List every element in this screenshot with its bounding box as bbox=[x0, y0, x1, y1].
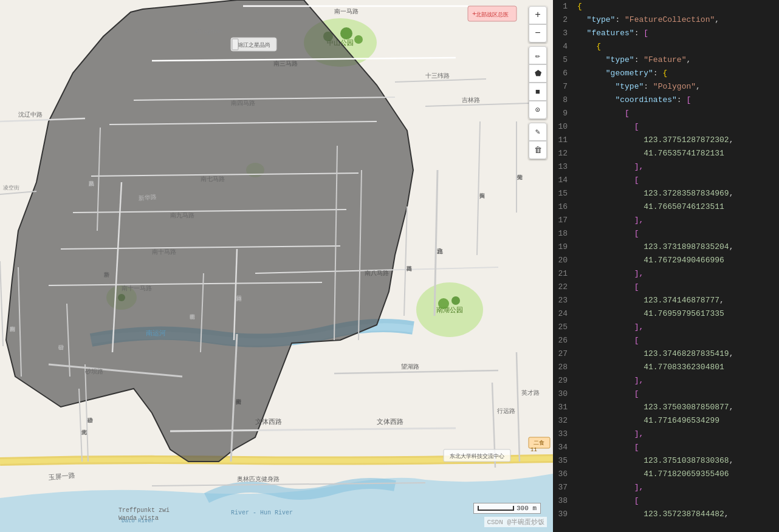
edit-button[interactable]: ✎ bbox=[529, 123, 547, 141]
line-number: 22 bbox=[553, 281, 575, 294]
svg-point-9 bbox=[451, 296, 460, 305]
zoom-in-button[interactable]: + bbox=[529, 6, 547, 24]
line-content: [ bbox=[575, 107, 779, 120]
svg-text:南八马路: 南八马路 bbox=[365, 270, 389, 277]
line-content: 41.77083362304801 bbox=[575, 361, 779, 374]
svg-text:Kingdom: Kingdom bbox=[194, 28, 223, 35]
line-number: 17 bbox=[553, 214, 575, 227]
line-content: [ bbox=[575, 120, 779, 134]
line-number: 16 bbox=[553, 200, 575, 214]
line-content: 123.37503087850877, bbox=[575, 401, 779, 414]
line-number: 18 bbox=[553, 227, 575, 240]
svg-text:英才路: 英才路 bbox=[521, 389, 540, 397]
code-line: 32 41.7716496534299 bbox=[553, 414, 779, 428]
line-content: 123.374146878777, bbox=[575, 294, 779, 307]
line-number: 31 bbox=[553, 401, 575, 414]
code-line: 29 ], bbox=[553, 374, 779, 387]
zoom-out-button[interactable]: − bbox=[529, 24, 547, 43]
code-line: 19 123.37318987835204, bbox=[553, 240, 779, 254]
line-content: 123.37751287872302, bbox=[575, 134, 779, 147]
line-number: 1 bbox=[553, 0, 575, 13]
svg-text:凌空街: 凌空街 bbox=[3, 185, 19, 191]
map-container: 中山公园 南湖公园 玉屏一路 南一马路 南三马路 南四马路 bbox=[0, 0, 553, 532]
svg-text:奥林匹克健身路: 奥林匹克健身路 bbox=[237, 476, 280, 483]
line-number: 14 bbox=[553, 174, 575, 187]
line-number: 35 bbox=[553, 454, 575, 468]
code-line: 38 [ bbox=[553, 494, 779, 508]
line-content: "coordinates": [ bbox=[575, 94, 779, 107]
svg-text:望湖路: 望湖路 bbox=[401, 363, 419, 370]
line-number: 27 bbox=[553, 347, 575, 361]
line-number: 36 bbox=[553, 468, 575, 481]
draw-controls: ✏ ⬟ ■ ⊙ bbox=[529, 46, 547, 119]
line-content: 123.37468287835419, bbox=[575, 347, 779, 361]
svg-text:吉林路: 吉林路 bbox=[462, 97, 480, 104]
rectangle-tool-button[interactable]: ■ bbox=[529, 83, 547, 101]
line-content: [ bbox=[575, 494, 779, 508]
svg-rect-80 bbox=[232, 39, 238, 50]
line-content: ], bbox=[575, 267, 779, 281]
line-content: { bbox=[575, 40, 779, 53]
code-line: 26 [ bbox=[553, 334, 779, 347]
code-line: 9 [ bbox=[553, 107, 779, 120]
line-number: 2 bbox=[553, 13, 575, 27]
code-line: 34 [ bbox=[553, 441, 779, 454]
code-line: 7 "type": "Polygon", bbox=[553, 80, 779, 94]
map-toolbar: + − ✏ ⬟ ■ ⊙ ✎ 🗑 bbox=[529, 6, 547, 162]
polygon-tool-button[interactable]: ⬟ bbox=[529, 64, 547, 83]
code-line: 16 41.76650746123511 bbox=[553, 200, 779, 214]
code-line: 3 "features": [ bbox=[553, 27, 779, 40]
delete-button[interactable]: 🗑 bbox=[529, 141, 547, 159]
line-number: 28 bbox=[553, 361, 575, 374]
line-number: 13 bbox=[553, 160, 575, 174]
code-line: 31 123.37503087850877, bbox=[553, 401, 779, 414]
code-line: 25 ], bbox=[553, 321, 779, 334]
watermark-text: CSDN @半碗蛋炒饭 bbox=[487, 519, 544, 526]
line-content: ], bbox=[575, 321, 779, 334]
code-line: 6 "geometry": { bbox=[553, 67, 779, 80]
svg-text:十三纬路: 十三纬路 bbox=[425, 72, 450, 80]
svg-text:Dato River: Dato River bbox=[122, 518, 154, 524]
line-number: 29 bbox=[553, 374, 575, 387]
svg-text:南一马路: 南一马路 bbox=[334, 8, 359, 15]
line-number: 24 bbox=[553, 307, 575, 321]
code-line: 13 ], bbox=[553, 160, 779, 174]
svg-text:行远路: 行远路 bbox=[497, 408, 515, 415]
line-content: ], bbox=[575, 160, 779, 174]
code-line: 12 41.76535741782131 bbox=[553, 147, 779, 160]
line-number: 15 bbox=[553, 187, 575, 200]
line-number: 4 bbox=[553, 40, 575, 53]
line-number: 20 bbox=[553, 254, 575, 267]
pin-tool-button[interactable]: ⊙ bbox=[529, 101, 547, 119]
line-content: [ bbox=[575, 334, 779, 347]
pencil-tool-button[interactable]: ✏ bbox=[529, 46, 547, 64]
line-content: 41.76729490466996 bbox=[575, 254, 779, 267]
line-content: "type": "Feature", bbox=[575, 53, 779, 67]
code-line: 21 ], bbox=[553, 267, 779, 281]
svg-text:锦江之星品尚: 锦江之星品尚 bbox=[237, 42, 270, 49]
code-panel[interactable]: 1{2 "type": "FeatureCollection",3 "featu… bbox=[553, 0, 779, 532]
line-content: [ bbox=[575, 441, 779, 454]
line-content: ], bbox=[575, 428, 779, 441]
line-number: 19 bbox=[553, 240, 575, 254]
svg-text:南三马路: 南三马路 bbox=[273, 60, 298, 67]
code-line: 1{ bbox=[553, 0, 779, 13]
line-number: 5 bbox=[553, 53, 575, 67]
scale-label: 300 m bbox=[516, 505, 537, 512]
line-number: 21 bbox=[553, 267, 575, 281]
line-number: 30 bbox=[553, 387, 575, 401]
svg-text:Treffpunkt zwi: Treffpunkt zwi bbox=[118, 507, 170, 514]
svg-text:River - Hun River: River - Hun River bbox=[231, 510, 293, 516]
line-number: 12 bbox=[553, 147, 575, 160]
code-line: 8 "coordinates": [ bbox=[553, 94, 779, 107]
code-line: 18 [ bbox=[553, 227, 779, 240]
line-number: 7 bbox=[553, 80, 575, 94]
zoom-controls: + − bbox=[529, 6, 547, 43]
svg-text:11: 11 bbox=[530, 447, 537, 453]
code-line: 4 { bbox=[553, 40, 779, 53]
svg-point-8 bbox=[438, 298, 449, 309]
code-line: 23 123.374146878777, bbox=[553, 294, 779, 307]
line-content: [ bbox=[575, 227, 779, 240]
line-number: 23 bbox=[553, 294, 575, 307]
line-content: 41.76959795617335 bbox=[575, 307, 779, 321]
